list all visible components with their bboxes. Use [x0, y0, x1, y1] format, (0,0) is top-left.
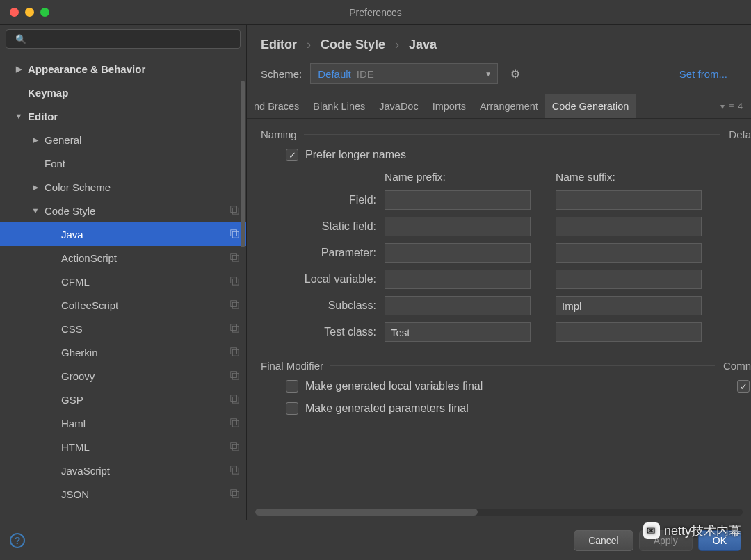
- svg-rect-23: [232, 468, 239, 474]
- tab-count: 4: [738, 101, 743, 111]
- tree-item-code-style[interactable]: ▼Code Style: [0, 199, 246, 222]
- col-prefix-header: Name prefix:: [385, 171, 531, 183]
- svg-rect-2: [231, 229, 237, 236]
- tree-item-general[interactable]: ▶General: [0, 128, 246, 151]
- prefix-input-2[interactable]: [385, 243, 531, 263]
- tree-item-editor[interactable]: ▼Editor: [0, 104, 246, 128]
- suffix-input-2[interactable]: [556, 243, 702, 263]
- svg-rect-4: [231, 253, 237, 259]
- suffix-input-4[interactable]: [556, 296, 702, 315]
- final-params-label: Make generated parameters final: [305, 402, 469, 415]
- settings-tree: ▶Appearance & BehaviorKeymap▼Editor▶Gene…: [0, 53, 246, 520]
- prefix-input-3[interactable]: [385, 270, 531, 289]
- tree-item-gsp[interactable]: GSP: [0, 388, 246, 411]
- search-input[interactable]: [6, 29, 241, 49]
- tab-imports[interactable]: Imports: [426, 94, 473, 118]
- tab-arrangement[interactable]: Arrangement: [473, 94, 545, 118]
- prefix-input-4[interactable]: [385, 296, 531, 315]
- horizontal-scrollbar-track[interactable]: [255, 509, 743, 516]
- final-local-checkbox[interactable]: [286, 380, 298, 393]
- scheme-indicator-icon: [229, 488, 239, 500]
- svg-rect-19: [232, 420, 239, 427]
- tab-javadoc[interactable]: JavaDoc: [372, 94, 425, 118]
- svg-rect-6: [231, 277, 237, 283]
- tab-blank-lines[interactable]: Blank Lines: [306, 94, 372, 118]
- svg-rect-25: [232, 491, 239, 497]
- sidebar-scrollbar[interactable]: [241, 81, 245, 247]
- tree-item-label: Font: [45, 158, 65, 170]
- chevron-right-icon: ›: [395, 38, 399, 52]
- disclosure-arrow-icon: ▶: [14, 65, 24, 74]
- tree-item-label: General: [45, 134, 81, 146]
- breadcrumb-java: Java: [409, 38, 437, 52]
- tree-item-java[interactable]: Java: [0, 222, 246, 246]
- search-container: 🔍: [6, 29, 241, 49]
- tree-item-actionscript[interactable]: ActionScript: [0, 246, 246, 270]
- scheme-indicator-icon: [229, 229, 239, 240]
- chevron-down-icon: ▾: [720, 101, 725, 111]
- divider: [330, 365, 715, 366]
- tree-item-color-scheme[interactable]: ▶Color Scheme: [0, 175, 246, 199]
- svg-rect-20: [231, 442, 237, 448]
- scheme-indicator-icon: [229, 394, 239, 406]
- window-title: Preferences: [0, 7, 751, 18]
- tab-code-generation[interactable]: Code Generation: [545, 94, 636, 118]
- tree-item-haml[interactable]: Haml: [0, 411, 246, 435]
- apply-button[interactable]: Apply: [639, 530, 693, 551]
- final-params-checkbox[interactable]: [286, 402, 298, 415]
- tree-item-keymap[interactable]: Keymap: [0, 81, 246, 104]
- tree-item-label: Keymap: [28, 87, 68, 99]
- scheme-indicator-icon: [229, 347, 239, 359]
- svg-rect-13: [232, 349, 239, 356]
- tree-item-html[interactable]: HTML: [0, 435, 246, 459]
- tree-item-label: Code Style: [45, 205, 95, 217]
- tree-item-font[interactable]: Font: [0, 151, 246, 175]
- scheme-indicator-icon: [229, 323, 239, 335]
- tree-item-cfml[interactable]: CFML: [0, 270, 246, 293]
- naming-row-label: Local variable:: [261, 273, 379, 286]
- tree-item-coffeescript[interactable]: CoffeeScript: [0, 293, 246, 317]
- divider: [304, 134, 721, 135]
- tree-item-javascript[interactable]: JavaScript: [0, 459, 246, 482]
- prefix-input-0[interactable]: [385, 190, 531, 210]
- ok-button[interactable]: OK: [698, 530, 741, 551]
- tree-item-gherkin[interactable]: Gherkin: [0, 340, 246, 364]
- scheme-select[interactable]: Default IDE ▼: [310, 63, 498, 84]
- cancel-button[interactable]: Cancel: [574, 530, 633, 551]
- tree-item-appearance-behavior[interactable]: ▶Appearance & Behavior: [0, 57, 246, 81]
- tree-item-label: CoffeeScript: [61, 299, 118, 311]
- tree-item-label: Java: [61, 229, 83, 240]
- gear-icon[interactable]: ⚙: [510, 67, 520, 81]
- help-icon[interactable]: ?: [10, 533, 25, 548]
- disclosure-arrow-icon: ▶: [31, 135, 40, 145]
- disclosure-arrow-icon: ▼: [14, 112, 24, 120]
- breadcrumb-codestyle[interactable]: Code Style: [321, 38, 385, 52]
- right-cut-checkbox[interactable]: [737, 380, 750, 393]
- scheme-indicator-icon: [229, 370, 239, 382]
- col-suffix-header: Name suffix:: [556, 171, 702, 183]
- tree-item-css[interactable]: CSS: [0, 317, 246, 340]
- tree-item-label: HTML: [61, 441, 90, 453]
- breadcrumb-editor[interactable]: Editor: [261, 38, 297, 52]
- tree-item-groovy[interactable]: Groovy: [0, 364, 246, 388]
- disclosure-arrow-icon: ▼: [31, 206, 40, 215]
- suffix-input-3[interactable]: [556, 270, 702, 289]
- suffix-input-1[interactable]: [556, 217, 702, 236]
- svg-rect-7: [232, 279, 239, 285]
- final-local-label: Make generated local variables final: [305, 380, 483, 393]
- prefix-input-5[interactable]: [385, 322, 531, 342]
- suffix-input-0[interactable]: [556, 190, 702, 210]
- tree-item-label: CFML: [61, 276, 90, 288]
- tab-tools[interactable]: ▾≡4: [720, 101, 751, 111]
- prefix-input-1[interactable]: [385, 217, 531, 236]
- tree-item-json[interactable]: JSON: [0, 482, 246, 506]
- set-from-link[interactable]: Set from...: [679, 68, 737, 80]
- tab-nd-braces[interactable]: nd Braces: [247, 94, 306, 118]
- scheme-indicator-icon: [229, 205, 239, 217]
- svg-rect-18: [231, 418, 237, 425]
- suffix-input-5[interactable]: [556, 322, 702, 342]
- horizontal-scrollbar-thumb[interactable]: [255, 509, 478, 516]
- prefer-longer-checkbox[interactable]: [286, 149, 298, 161]
- tree-item-label: GSP: [61, 394, 83, 406]
- disclosure-arrow-icon: ▶: [31, 183, 40, 192]
